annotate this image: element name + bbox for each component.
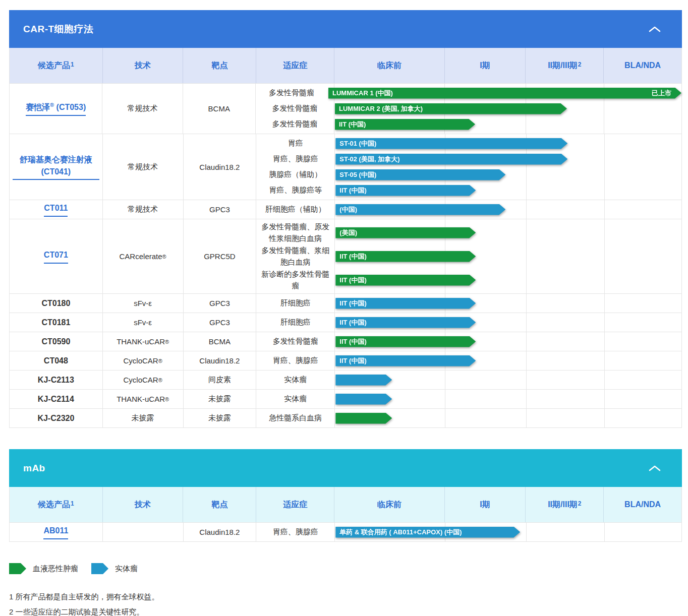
indication-cell: 多发性骨髓瘤、浆细胞白血病	[256, 244, 334, 268]
product-name-text: KJ-C2113	[38, 376, 74, 384]
table-row: CT071CARcelerate®GPRC5D多发性骨髓瘤、原发性浆细胞白血病(…	[10, 219, 681, 293]
target-cell: Claudin18.2	[184, 523, 257, 541]
target-text: GPRC5D	[204, 252, 236, 261]
column-header-label: 候选产品	[38, 60, 70, 71]
pipeline-entry: 实体瘤	[256, 391, 681, 407]
indication-pipeline-area: 胃癌、胰腺癌IIT (中国)	[256, 351, 681, 370]
product-link[interactable]: 赛恺泽® (CT053)	[26, 101, 86, 116]
arrow-label: IIT (中国)	[339, 299, 366, 308]
column-header-2: 技术	[103, 487, 184, 522]
indication-pipeline-area: 多发性骨髓瘤LUMMICAR 1 (中国)已上市多发性骨髓瘤LUMMICAR 2…	[256, 84, 681, 134]
pipeline-arrow: IIT (中国)	[335, 275, 476, 286]
target-text: Claudin18.2	[199, 163, 240, 171]
legend-arrow-blue-icon	[91, 563, 108, 574]
product-name-text: 舒瑞基奥仑赛注射液	[20, 155, 92, 164]
indication-pipeline-area: 急性髓系白血病	[256, 409, 681, 427]
product-cell: KJ-C2113	[10, 371, 103, 389]
pipeline-entry: 胃癌、胰腺癌IIT (中国)	[256, 353, 681, 368]
column-header-label: BLA/NDA	[624, 500, 661, 509]
technology-text: CARcelerate	[120, 252, 162, 261]
technology-text: 常规技术	[128, 162, 158, 172]
pipeline-arrow: IIT (中国)	[335, 298, 476, 309]
indication-pipeline-area: 多发性骨髓瘤IIT (中国)	[256, 332, 681, 351]
chevron-up-icon[interactable]	[649, 26, 661, 32]
target-text: BCMA	[208, 104, 230, 113]
product-cell: KJ-C2320	[10, 409, 103, 427]
phase-progress-arrow: IIT (中国)	[335, 185, 476, 196]
indication-cell: 实体瘤	[256, 372, 334, 388]
technology-cell: THANK-uCAR®	[103, 332, 184, 351]
arrow-label: (美国)	[339, 228, 357, 237]
pipeline-entry: 实体瘤	[256, 372, 681, 388]
target-text: GPC3	[209, 205, 230, 214]
product-cell: CT0180	[10, 294, 103, 313]
pipeline-lane: IIT (中国)	[334, 295, 681, 311]
target-cell: GPC3	[184, 200, 257, 219]
column-header-8: BLA/NDA	[604, 487, 681, 522]
arrow-status-label: 已上市	[652, 89, 671, 98]
column-header-row: 候选产品1技术靶点适应症临床前I期II期/III期2BLA/NDA	[10, 487, 681, 522]
column-header-label: II期/III期	[548, 500, 578, 510]
column-header-6: I期	[445, 487, 526, 522]
product-link[interactable]: AB011	[43, 525, 68, 539]
technology-text: sFv-ε	[134, 318, 152, 327]
pipeline-table: 候选产品1技术靶点适应症临床前I期II期/III期2BLA/NDA赛恺泽® (C…	[9, 48, 682, 428]
column-header-label: 技术	[135, 500, 151, 510]
pipeline-entry: 新诊断的多发性骨髓瘤IIT (中国)	[256, 268, 681, 292]
pipeline-lane: IIT (中国)	[334, 268, 681, 292]
pipeline-arrow: (美国)	[335, 227, 476, 238]
target-cell: 间皮素	[184, 371, 257, 389]
indication-pipeline-area: 多发性骨髓瘤、原发性浆细胞白血病(美国)多发性骨髓瘤、浆细胞白血病IIT (中国…	[256, 219, 681, 293]
indication-cell: 新诊断的多发性骨髓瘤	[256, 268, 334, 292]
target-cell: 未披露	[184, 409, 257, 427]
pipeline-entry: 肝细胞癌（辅助）(中国)	[256, 202, 681, 217]
phase-progress-arrow: LUMMICAR 2 (美国, 加拿大)	[335, 103, 567, 114]
pipeline-entry: 肝细胞癌IIT (中国)	[256, 295, 681, 311]
product-cell: AB011	[10, 523, 103, 541]
column-header-superscript: 1	[71, 61, 74, 68]
arrow-label: LUMMICAR 1 (中国)	[332, 89, 393, 98]
section-header: CAR-T细胞疗法	[9, 10, 682, 48]
pipeline-arrow: ST-05 (中国)	[335, 169, 505, 180]
pipeline-lane: ST-05 (中国)	[334, 167, 681, 182]
product-name: CT0180	[41, 299, 70, 308]
phase-progress-arrow: ST-01 (中国)	[335, 138, 567, 149]
product-link[interactable]: CT011	[44, 202, 68, 216]
phase-progress-arrow: IIT (中国)	[335, 119, 475, 130]
table-row: KJ-C2320未披露未披露急性髓系白血病	[10, 408, 681, 427]
product-name: CT0590	[41, 337, 70, 346]
phase-progress-arrow: IIT (中国)	[335, 355, 476, 366]
indication-text: 胃癌、胰腺癌	[273, 153, 318, 165]
phase-progress-arrow: IIT (中国)	[335, 317, 476, 328]
column-header-row: 候选产品1技术靶点适应症临床前I期II期/III期2BLA/NDA	[10, 48, 681, 83]
indication-cell: 多发性骨髓瘤	[256, 85, 327, 101]
section-title: CAR-T细胞疗法	[23, 23, 94, 36]
pipeline-entry: 胰腺癌（辅助）ST-05 (中国)	[256, 167, 681, 182]
column-header-5: 临床前	[334, 487, 445, 522]
indication-text: 肝细胞癌（辅助）	[265, 204, 326, 215]
table-row: 赛恺泽® (CT053)常规技术BCMA多发性骨髓瘤LUMMICAR 1 (中国…	[10, 83, 681, 134]
pipeline-section: mAb候选产品1技术靶点适应症临床前I期II期/III期2BLA/NDAAB01…	[9, 449, 682, 542]
target-cell: Claudin18.2	[184, 134, 257, 200]
target-cell: GPC3	[184, 294, 257, 313]
arrow-label: IIT (中国)	[339, 186, 366, 195]
chevron-up-icon[interactable]	[649, 465, 661, 471]
indication-cell: 多发性骨髓瘤、原发性浆细胞白血病	[256, 221, 334, 244]
pipeline-arrow: LUMMICAR 2 (美国, 加拿大)	[335, 103, 567, 114]
pipeline-entry: 多发性骨髓瘤LUMMICAR 1 (中国)已上市	[256, 85, 681, 101]
product-cell: KJ-C2114	[10, 390, 103, 408]
product-link[interactable]: CT071	[44, 249, 68, 263]
column-header-4: 适应症	[256, 487, 334, 522]
column-header-label: 靶点	[211, 500, 227, 510]
phase-progress-arrow: IIT (中国)	[335, 275, 476, 286]
product-link[interactable]: 舒瑞基奥仑赛注射液 (CT041)	[13, 154, 99, 179]
column-header-superscript: 2	[578, 61, 582, 68]
phase-progress-arrow: IIT (中国)	[335, 336, 476, 347]
pipeline-lane: (美国)	[334, 221, 681, 244]
indication-pipeline-area: 肝细胞癌IIT (中国)	[256, 294, 681, 313]
phase-progress-arrow	[335, 375, 392, 386]
pipeline-lane: LUMMICAR 1 (中国)已上市	[327, 85, 681, 101]
product-cell: 赛恺泽® (CT053)	[10, 84, 102, 134]
section-header: mAb	[9, 449, 682, 487]
footnote-1: 1 所有产品都是自主研发的，拥有全球权益。	[9, 589, 688, 604]
